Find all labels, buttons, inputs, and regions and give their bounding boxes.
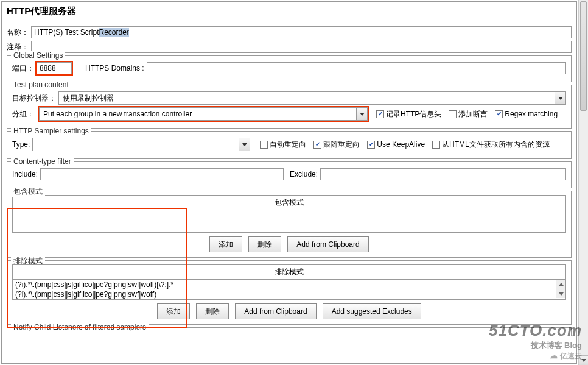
name-value-plain: HTTP(S) Test Script	[34, 28, 99, 37]
window-scrollbar[interactable]	[578, 0, 588, 365]
comment-input[interactable]	[31, 41, 572, 53]
exclude-clipboard-button[interactable]: Add from Clipboard	[235, 303, 316, 319]
include-table-body[interactable]	[13, 210, 565, 232]
content-area: 名称： HTTP(S) Test Script Recorder 注释： Glo…	[2, 21, 576, 339]
checkbox-icon	[260, 141, 268, 149]
capture-headers-checkbox[interactable]: 记录HTTP信息头	[376, 109, 441, 119]
regex-matching-checkbox[interactable]: Regex matching	[495, 110, 558, 118]
https-domains-input[interactable]	[147, 62, 566, 74]
exclude-suggested-button[interactable]: Add suggested Excludes	[323, 303, 421, 319]
checkbox-icon	[376, 110, 384, 118]
exclude-table-header: 排除模式	[13, 265, 565, 280]
name-row: 名称： HTTP(S) Test Script Recorder	[7, 26, 572, 38]
name-label: 名称：	[7, 27, 29, 38]
exclude-scrollbar[interactable]	[556, 280, 565, 298]
exclude-table[interactable]: 排除模式 (?i).*\.(bmp|css|js|gif|ico|jpe?g|p…	[12, 264, 566, 300]
table-row[interactable]: (?i).*\.(bmp|css|js|gif|ico|jpe?g|png|sw…	[13, 280, 556, 289]
content-type-fieldset: Content-type filter Include: Exclude:	[7, 161, 572, 188]
checkbox-icon	[495, 110, 503, 118]
keepalive-label: Use KeepAlive	[377, 140, 425, 149]
test-plan-legend: Test plan content	[11, 80, 71, 89]
comment-row: 注释：	[7, 41, 572, 53]
include-delete-button[interactable]: 删除	[248, 236, 281, 252]
test-plan-fieldset: Test plan content 目标控制器： 使用录制控制器 分组： Put…	[7, 85, 572, 129]
include-clipboard-button[interactable]: Add from Clipboard	[287, 236, 368, 252]
type-value	[33, 138, 239, 151]
exclude-input[interactable]	[320, 168, 566, 180]
include-label: Include:	[12, 170, 38, 179]
target-controller-dropdown[interactable]: 使用录制控制器	[58, 91, 566, 105]
global-settings-fieldset: Global Settings 端口： HTTPS Domains :	[7, 55, 572, 82]
scroll-up-icon[interactable]	[556, 280, 565, 288]
auto-redirect-checkbox[interactable]: 自动重定向	[260, 140, 306, 150]
dropdown-arrow-icon[interactable]	[356, 108, 367, 120]
retrieve-embedded-label: 从HTML文件获取所有内含的资源	[442, 140, 550, 150]
keepalive-checkbox[interactable]: Use KeepAlive	[367, 140, 425, 149]
include-add-button[interactable]: 添加	[209, 236, 242, 252]
add-assertion-label: 添加断言	[458, 109, 488, 119]
include-patterns-legend: 包含模式	[11, 186, 45, 197]
content-type-legend: Content-type filter	[11, 157, 74, 166]
auto-redirect-label: 自动重定向	[270, 140, 306, 150]
exclude-delete-button[interactable]: 删除	[196, 303, 229, 319]
group-dropdown[interactable]: Put each group in a new transaction cont…	[39, 107, 368, 121]
include-table[interactable]: 包含模式	[12, 195, 566, 233]
checkbox-icon	[449, 110, 457, 118]
https-label: HTTPS Domains :	[85, 64, 144, 73]
exclude-patterns-fieldset: 排除模式 排除模式 (?i).*\.(bmp|css|js|gif|ico|jp…	[7, 260, 572, 325]
notify-legend: Notify Child Listeners of filtered sampl…	[11, 323, 149, 331]
dropdown-arrow-icon[interactable]	[239, 138, 250, 151]
checkbox-icon	[432, 141, 440, 149]
scroll-down-icon[interactable]	[579, 355, 588, 365]
name-input[interactable]: HTTP(S) Test Script Recorder	[31, 26, 572, 38]
http-sampler-legend: HTTP Sampler settings	[11, 127, 91, 135]
exclude-label: Exclude:	[290, 170, 318, 179]
scrollbar-thumb[interactable]	[580, 1, 587, 111]
regex-matching-label: Regex matching	[505, 110, 558, 118]
comment-label: 注释：	[7, 42, 29, 52]
group-label: 分组：	[12, 109, 37, 119]
target-controller-value: 使用录制控制器	[59, 92, 555, 104]
type-label: Type:	[12, 140, 30, 149]
scroll-down-icon[interactable]	[556, 289, 565, 298]
exclude-add-button[interactable]: 添加	[157, 303, 190, 319]
table-row[interactable]: (?i).*\.(bmp|css|js|gif|ico|jpe?g|png|sw…	[13, 289, 556, 299]
global-settings-legend: Global Settings	[11, 51, 65, 60]
capture-headers-label: 记录HTTP信息头	[386, 109, 441, 119]
http-sampler-fieldset: HTTP Sampler settings Type: 自动重定向 跟随重定向 …	[7, 131, 572, 159]
follow-redirect-checkbox[interactable]: 跟随重定向	[313, 140, 360, 150]
retrieve-embedded-checkbox[interactable]: 从HTML文件获取所有内含的资源	[432, 140, 550, 150]
group-value: Put each group in a new transaction cont…	[40, 108, 356, 120]
include-patterns-fieldset: 包含模式 包含模式 添加 删除 Add from Clipboard	[7, 191, 572, 258]
port-label: 端口：	[12, 63, 34, 74]
dropdown-arrow-icon[interactable]	[555, 92, 565, 104]
add-assertion-checkbox[interactable]: 添加断言	[449, 109, 488, 119]
include-input[interactable]	[40, 168, 284, 180]
target-controller-label: 目标控制器：	[12, 93, 56, 104]
name-value-selected: Recorder	[99, 28, 128, 37]
checkbox-icon	[367, 141, 375, 149]
main-panel: HTTP代理服务器 名称： HTTP(S) Test Script Record…	[1, 1, 577, 364]
type-dropdown[interactable]	[32, 138, 250, 151]
include-table-header: 包含模式	[13, 196, 565, 210]
page-title: HTTP代理服务器	[2, 2, 576, 21]
follow-redirect-label: 跟随重定向	[323, 140, 360, 150]
notify-fieldset: Notify Child Listeners of filtered sampl…	[7, 327, 572, 336]
checkbox-icon	[313, 141, 321, 149]
port-input[interactable]	[37, 62, 72, 74]
